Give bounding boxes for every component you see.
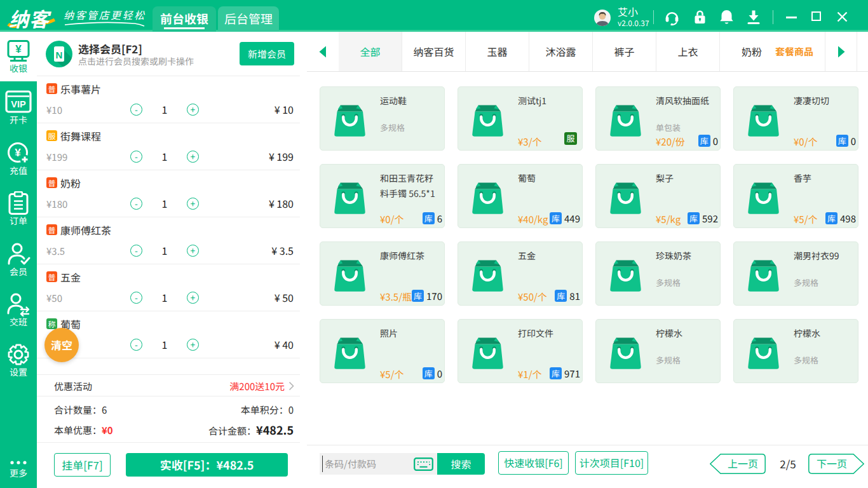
svg-text:¥: ¥ bbox=[15, 43, 22, 55]
svg-text:上一页: 上一页 bbox=[728, 456, 758, 471]
svg-text:N: N bbox=[56, 50, 63, 60]
svg-text:VIP: VIP bbox=[11, 99, 26, 109]
svg-text:¥: ¥ bbox=[15, 147, 21, 159]
svg-text:下一页: 下一页 bbox=[817, 456, 847, 471]
